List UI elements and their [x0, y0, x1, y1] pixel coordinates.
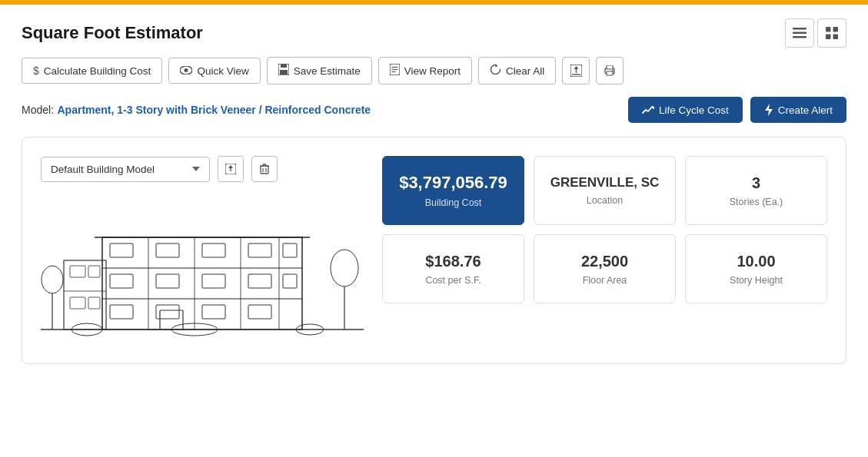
stories-card: 3 Stories (Ea.)	[685, 156, 827, 225]
cost-per-sf-label: Cost per S.F.	[425, 275, 481, 286]
export-icon	[570, 65, 582, 77]
upload-button[interactable]	[218, 156, 244, 182]
svg-rect-49	[156, 274, 179, 288]
svg-point-8	[185, 68, 188, 72]
upload-icon	[225, 164, 236, 174]
story-height-card: 10.00 Story Height	[685, 234, 827, 303]
cost-per-sf-value: $168.76	[425, 253, 481, 270]
stories-label: Stories (Ea.)	[730, 197, 783, 207]
svg-rect-51	[248, 274, 271, 288]
svg-marker-19	[574, 66, 578, 69]
refresh-icon	[490, 64, 501, 78]
clear-all-label: Clear All	[506, 65, 544, 77]
building-cost-label: Building Cost	[425, 197, 482, 208]
list-icon	[793, 28, 806, 38]
svg-rect-1	[793, 32, 806, 35]
quick-view-button[interactable]: Quick View	[168, 58, 260, 84]
dropdown-row: Default Building Model	[41, 156, 364, 182]
clear-all-button[interactable]: Clear All	[478, 57, 556, 84]
svg-rect-48	[110, 274, 133, 288]
view-report-button[interactable]: View Report	[378, 57, 472, 84]
svg-rect-31	[261, 166, 268, 174]
svg-point-65	[42, 266, 63, 293]
svg-rect-5	[826, 35, 831, 40]
svg-rect-2	[793, 36, 806, 38]
quick-view-label: Quick View	[197, 65, 248, 77]
view-toggles	[785, 18, 846, 48]
grid-icon	[826, 27, 838, 39]
save-estimate-label: Save Estimate	[294, 65, 361, 77]
header: Square Foot Estimator	[0, 5, 868, 57]
svg-rect-52	[283, 274, 297, 288]
eye-icon	[180, 65, 192, 77]
trend-icon	[642, 105, 654, 114]
left-panel: Default Building Model	[41, 156, 364, 345]
dollar-icon: $	[33, 65, 39, 77]
bolt-icon	[764, 104, 773, 116]
toolbar: $ Calculate Building Cost Quick View Sav…	[0, 57, 868, 97]
svg-rect-44	[156, 243, 179, 257]
building-cost-card: $3,797,056.79 Building Cost	[382, 156, 524, 225]
trash-icon	[260, 164, 269, 174]
svg-rect-64	[88, 297, 100, 309]
floor-area-value: 22,500	[581, 253, 628, 270]
building-model-select[interactable]: Default Building Model	[41, 157, 210, 182]
main-card: Default Building Model	[22, 137, 846, 364]
metrics-row-top: $3,797,056.79 Building Cost GREENVILLE, …	[382, 156, 827, 225]
cost-per-sf-card: $168.76 Cost per S.F.	[382, 234, 524, 303]
save-icon	[278, 64, 289, 78]
story-height-value: 10.00	[737, 253, 775, 270]
svg-rect-53	[110, 305, 133, 319]
stories-value: 3	[752, 174, 760, 192]
svg-marker-30	[228, 165, 233, 168]
floor-area-card: 22,500 Floor Area	[534, 234, 676, 303]
svg-rect-62	[88, 266, 100, 277]
svg-marker-16	[496, 64, 498, 68]
calculate-label: Calculate Building Cost	[44, 65, 151, 77]
svg-rect-55	[202, 305, 225, 319]
model-info: Model: Apartment, 1-3 Story with Brick V…	[22, 103, 371, 117]
model-prefix: Model:	[22, 104, 54, 116]
calculate-building-cost-button[interactable]: $ Calculate Building Cost	[22, 58, 162, 84]
save-estimate-button[interactable]: Save Estimate	[267, 57, 372, 84]
metrics-row-bottom: $168.76 Cost per S.F. 22,500 Floor Area …	[382, 234, 827, 303]
svg-rect-47	[283, 243, 297, 257]
svg-marker-27	[765, 104, 773, 116]
svg-rect-4	[833, 27, 839, 32]
list-view-button[interactable]	[785, 18, 814, 48]
svg-rect-45	[202, 243, 225, 257]
svg-rect-22	[607, 65, 613, 69]
location-value: GREENVILLE, SC	[550, 175, 660, 190]
svg-rect-63	[70, 297, 85, 309]
building-image	[41, 191, 364, 345]
svg-rect-61	[70, 266, 85, 277]
lifecycle-cost-button[interactable]: Life Cycle Cost	[628, 97, 743, 123]
print-icon	[604, 65, 616, 76]
svg-point-67	[331, 250, 358, 286]
svg-rect-43	[110, 243, 133, 257]
svg-rect-10	[281, 64, 287, 68]
print-button[interactable]	[596, 57, 624, 84]
card-top: Default Building Model	[41, 156, 827, 345]
svg-rect-46	[248, 243, 271, 257]
svg-rect-0	[793, 28, 806, 30]
app-container: Square Foot Estimator $ C	[0, 0, 868, 457]
location-card: GREENVILLE, SC Location	[534, 156, 676, 225]
delete-button[interactable]	[251, 156, 278, 182]
grid-view-button[interactable]	[817, 18, 846, 48]
story-height-label: Story Height	[730, 275, 783, 286]
building-illustration	[41, 191, 364, 345]
svg-rect-56	[248, 305, 271, 319]
model-actions: Life Cycle Cost Create Alert	[628, 97, 846, 123]
svg-rect-23	[607, 71, 613, 75]
export-button[interactable]	[562, 57, 590, 84]
page-title: Square Foot Estimator	[22, 23, 203, 43]
right-panel: $3,797,056.79 Building Cost GREENVILLE, …	[382, 156, 827, 303]
floor-area-label: Floor Area	[583, 275, 627, 286]
create-alert-button[interactable]: Create Alert	[750, 97, 846, 123]
model-bar: Model: Apartment, 1-3 Story with Brick V…	[0, 97, 868, 137]
alert-label: Create Alert	[778, 104, 833, 116]
svg-rect-50	[202, 274, 225, 288]
model-name: Apartment, 1-3 Story with Brick Veneer /…	[57, 104, 371, 116]
lifecycle-label: Life Cycle Cost	[659, 104, 729, 116]
